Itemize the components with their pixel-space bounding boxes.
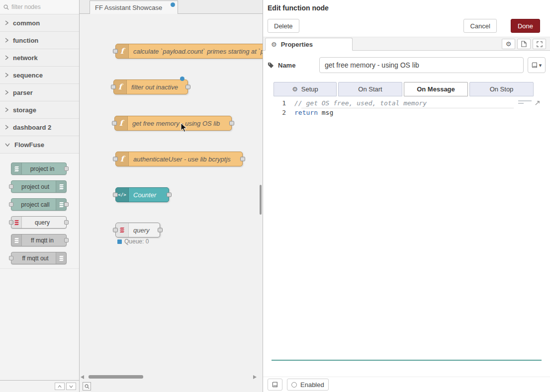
flow-node-filter-out-inactive[interactable]: f filter out inactive (113, 79, 188, 94)
node-input-port[interactable] (113, 49, 118, 54)
done-button[interactable]: Done (511, 19, 540, 33)
palette-category-parser[interactable]: parser (0, 84, 79, 101)
palette-category-storage[interactable]: storage (0, 101, 79, 119)
node-appearance-button[interactable] (533, 39, 546, 49)
expand-categories-button[interactable] (66, 383, 76, 390)
node-output-port[interactable] (240, 157, 245, 161)
library-dropdown-button[interactable]: ▾ (528, 57, 546, 73)
node-input-port[interactable] (112, 121, 117, 126)
palette-category-function[interactable]: function (0, 32, 79, 49)
code-editor[interactable]: 1 // get OS free, used, total memory 2 r… (272, 98, 542, 361)
flowfuse-icon (56, 181, 66, 192)
node-label: get free memory - using OS lib (128, 120, 225, 127)
vertical-scroll-thumb[interactable] (260, 185, 262, 215)
node-input-port[interactable] (111, 85, 116, 89)
flow-tab-ff-assistant-showcase[interactable]: FF Assistant Showcase (90, 0, 178, 14)
scroll-right-arrow[interactable] (253, 375, 257, 379)
flow-node-get-free-memory[interactable]: f get free memory - using OS lib (114, 116, 232, 131)
tab-on-stop[interactable]: On Stop (469, 82, 534, 96)
palette-node-label: query (28, 219, 50, 226)
cancel-button[interactable]: Cancel (463, 19, 496, 33)
node-input-port (9, 184, 13, 189)
palette-node-project-call[interactable]: project call (11, 198, 67, 211)
palette-category-network[interactable]: network (0, 49, 79, 67)
expand-editor-button[interactable] (534, 99, 541, 106)
delete-button[interactable]: Delete (268, 19, 299, 33)
horizontal-scroll-thumb[interactable] (89, 375, 143, 379)
palette-category-common[interactable]: common (0, 14, 79, 32)
flow-node-calculate-primes[interactable]: f calculate `payload.count` primes start… (115, 44, 263, 59)
palette-node-project-out[interactable]: project out (11, 180, 67, 193)
expand-arrow-icon (535, 100, 540, 106)
flow-node-query[interactable]: query (115, 223, 160, 237)
category-label: common (13, 19, 40, 27)
node-label: authenticateUser - use lib bcryptjs (129, 156, 236, 163)
palette-category-flowfuse[interactable]: FlowFuse (0, 136, 79, 154)
palette-node-query[interactable]: query (11, 216, 67, 229)
workspace-tabbar: FF Assistant Showcase (80, 0, 263, 14)
canvas-vertical-scrollbar[interactable] (259, 14, 263, 392)
tab-label: On Start (358, 85, 382, 93)
properties-tab-label: Properties (281, 41, 313, 48)
node-output-port[interactable] (185, 85, 190, 89)
collapse-categories-button[interactable] (55, 383, 65, 390)
node-description-button[interactable] (517, 39, 531, 49)
flow-node-counter[interactable]: </> Counter (115, 187, 169, 202)
node-label: Counter (129, 191, 162, 199)
node-input-port[interactable] (113, 228, 118, 233)
node-settings-button[interactable]: ⚙ (502, 39, 515, 49)
palette-node-project-in[interactable]: project in (11, 162, 67, 175)
flow-canvas[interactable]: f calculate `payload.count` primes start… (80, 14, 263, 392)
tab-label: Setup (301, 85, 318, 93)
node-input-port (9, 256, 13, 260)
node-output-port[interactable] (158, 228, 163, 233)
expand-corners-icon (537, 41, 543, 47)
palette-node-label: project call (21, 201, 56, 208)
chevron-right-icon (5, 55, 8, 60)
search-flows-button[interactable] (83, 382, 91, 391)
tag-icon (268, 62, 274, 69)
chevron-right-icon (5, 125, 8, 130)
node-output-port[interactable] (229, 121, 234, 126)
tab-setup[interactable]: ⚙ Setup (274, 82, 337, 96)
name-field-label: Name (268, 62, 315, 69)
palette-node-ff-mqtt-out[interactable]: ff mqtt out (11, 252, 67, 264)
chevron-right-icon (5, 90, 8, 95)
palette-sidebar: common function network sequence parser … (0, 0, 80, 392)
tab-on-start[interactable]: On Start (338, 82, 402, 96)
line-number: 2 (272, 108, 294, 117)
palette-category-dashboard-2[interactable]: dashboard 2 (0, 119, 79, 136)
library-button[interactable] (268, 379, 282, 391)
node-output-port (64, 238, 69, 242)
search-icon (3, 4, 9, 10)
enabled-toggle-button[interactable]: Enabled (287, 379, 329, 391)
palette-node-ff-mqtt-in[interactable]: ff mqtt in (11, 234, 67, 246)
scroll-left-arrow[interactable] (81, 375, 84, 379)
canvas-horizontal-scrollbar[interactable] (81, 375, 257, 380)
document-icon (521, 41, 527, 47)
palette-node-label: project out (21, 183, 56, 190)
current-line-border (301, 108, 514, 108)
flowfuse-icon (11, 163, 22, 174)
node-input-port[interactable] (113, 157, 118, 161)
category-label: sequence (13, 72, 43, 79)
flow-node-authenticate-user[interactable]: f authenticateUser - use lib bcryptjs (115, 152, 243, 166)
line-number: 1 (272, 98, 294, 108)
book-icon (532, 62, 538, 68)
palette-category-sequence[interactable]: sequence (0, 67, 79, 84)
node-input-port[interactable] (113, 193, 118, 197)
unsaved-changes-indicator (171, 2, 175, 7)
tab-properties[interactable]: ⚙ Properties (265, 38, 353, 51)
tab-on-message[interactable]: On Message (404, 82, 468, 96)
category-label: function (13, 37, 38, 44)
palette-filter-input[interactable] (11, 3, 76, 10)
node-changed-indicator (180, 77, 184, 81)
name-input[interactable] (319, 57, 524, 73)
palette-node-label: ff mqtt out (22, 255, 55, 262)
palette-footer (0, 380, 79, 392)
gear-icon: ⚙ (271, 41, 277, 48)
status-text: Queue: 0 (124, 238, 149, 245)
category-label: dashboard 2 (13, 124, 51, 131)
node-label: filter out inactive (127, 83, 183, 91)
node-output-port[interactable] (167, 193, 172, 197)
